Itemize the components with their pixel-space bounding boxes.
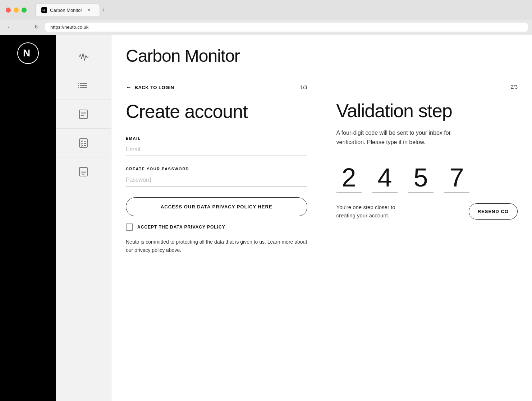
panel-right-header: 2/3: [336, 84, 518, 90]
checklist-icon: [78, 138, 88, 148]
sidebar-item-list[interactable]: [56, 71, 111, 100]
panels-container: ← BACK TO LOGIN 1/3 Create account EMAIL…: [111, 73, 532, 401]
svg-rect-12: [79, 139, 87, 147]
browser-chrome: N Carbon Monitor × + ← → ↻ https://neuto…: [0, 0, 532, 35]
privacy-description: Neuto is committed to protecting all the…: [126, 238, 307, 254]
app-header: Carbon Monitor: [111, 35, 532, 73]
status-line2: creating your account.: [336, 212, 390, 218]
code-digit-4[interactable]: 7: [444, 165, 469, 190]
password-label: CREATE YOUR PASSWORD: [126, 167, 307, 171]
code-digit-3-group: 5: [408, 165, 434, 193]
svg-rect-8: [79, 110, 87, 119]
step-indicator-right: 2/3: [511, 84, 518, 90]
tab-bar: N Carbon Monitor × +: [35, 4, 107, 16]
privacy-checkbox[interactable]: [126, 223, 133, 231]
list-icon: [78, 80, 88, 91]
validation-title: Validation step: [336, 101, 518, 121]
code-digit-1[interactable]: 2: [336, 165, 362, 190]
password-form-group: CREATE YOUR PASSWORD: [126, 167, 307, 186]
sidebar-item-notes[interactable]: [56, 100, 111, 129]
tab-close-button[interactable]: ×: [85, 7, 93, 13]
svg-text:N: N: [23, 47, 30, 59]
privacy-checkbox-row: ACCEPT THE DATA PRIVACY POLICY: [126, 223, 307, 231]
browser-titlebar: N Carbon Monitor × +: [0, 0, 532, 20]
validation-bottom-row: You're one step closer to creating your …: [336, 203, 518, 220]
bottom-icon: [78, 167, 88, 177]
new-tab-button[interactable]: +: [100, 7, 107, 13]
code-digit-2-line: [372, 192, 398, 193]
logo-icon: N: [22, 47, 35, 60]
back-to-login-link[interactable]: ← BACK TO LOGIN: [126, 84, 174, 91]
code-digit-4-line: [444, 192, 469, 193]
maximize-button[interactable]: [22, 8, 27, 13]
checkbox-label: ACCEPT THE DATA PRIVACY POLICY: [137, 225, 225, 230]
code-digit-2[interactable]: 4: [372, 165, 398, 190]
email-input[interactable]: [126, 143, 307, 156]
back-nav-button[interactable]: ←: [4, 22, 14, 32]
code-digit-4-group: 7: [444, 165, 469, 193]
main-content: Carbon Monitor ← BACK TO LOGIN 1/3 Creat…: [111, 35, 532, 401]
logo-mark[interactable]: N: [17, 42, 39, 64]
email-label: EMAIL: [126, 136, 307, 140]
password-input[interactable]: [126, 174, 307, 186]
sidebar-black: N: [0, 35, 56, 401]
notes-icon: [78, 109, 88, 119]
sidebar-item-checklist[interactable]: [56, 129, 111, 157]
code-digit-3-line: [408, 192, 434, 193]
waveform-icon: [78, 52, 88, 62]
close-button[interactable]: [6, 8, 11, 13]
svg-text:N: N: [42, 9, 45, 12]
url-bar[interactable]: https://neuto.co.uk: [45, 23, 528, 32]
sidebar-item-waveform[interactable]: [56, 42, 111, 71]
code-digit-1-line: [336, 192, 362, 193]
back-label: BACK TO LOGIN: [135, 85, 174, 90]
address-bar-row: ← → ↻ https://neuto.co.uk: [0, 20, 532, 35]
app-title: Carbon Monitor: [126, 46, 518, 66]
panel-create-account: ← BACK TO LOGIN 1/3 Create account EMAIL…: [111, 73, 322, 401]
minimize-button[interactable]: [14, 8, 19, 13]
panel-validation: 2/3 Validation step A four-digit code wi…: [322, 73, 532, 401]
code-digit-2-group: 4: [372, 165, 398, 193]
sidebar-gray: [56, 35, 111, 401]
create-account-title: Create account: [126, 101, 307, 122]
email-form-group: EMAIL: [126, 136, 307, 156]
validation-description: A four-digit code will be sent to your i…: [336, 128, 480, 147]
validation-status-text: You're one step closer to creating your …: [336, 203, 395, 220]
status-line1: You're one step closer to: [336, 204, 395, 210]
code-digit-3[interactable]: 5: [408, 165, 434, 190]
back-arrow-icon: ←: [126, 84, 132, 91]
forward-nav-button[interactable]: →: [18, 22, 28, 32]
panel-left-header: ← BACK TO LOGIN 1/3: [126, 84, 307, 91]
active-tab[interactable]: N Carbon Monitor ×: [35, 4, 100, 16]
code-inputs-container: 2 4 5 7: [336, 165, 518, 193]
tab-favicon: N: [41, 7, 47, 13]
traffic-lights: [6, 8, 27, 13]
url-text: https://neuto.co.uk: [50, 24, 88, 30]
tab-title: Carbon Monitor: [50, 8, 82, 13]
app-container: N: [0, 35, 532, 401]
code-digit-1-group: 2: [336, 165, 362, 193]
resend-code-button[interactable]: RESEND CO: [469, 203, 518, 220]
privacy-policy-button[interactable]: ACCESS OUR DATA PRIVACY POLICY HERE: [126, 197, 307, 216]
sidebar-item-bottom[interactable]: [56, 157, 111, 186]
refresh-nav-button[interactable]: ↻: [32, 22, 42, 32]
step-indicator-left: 1/3: [300, 84, 307, 90]
